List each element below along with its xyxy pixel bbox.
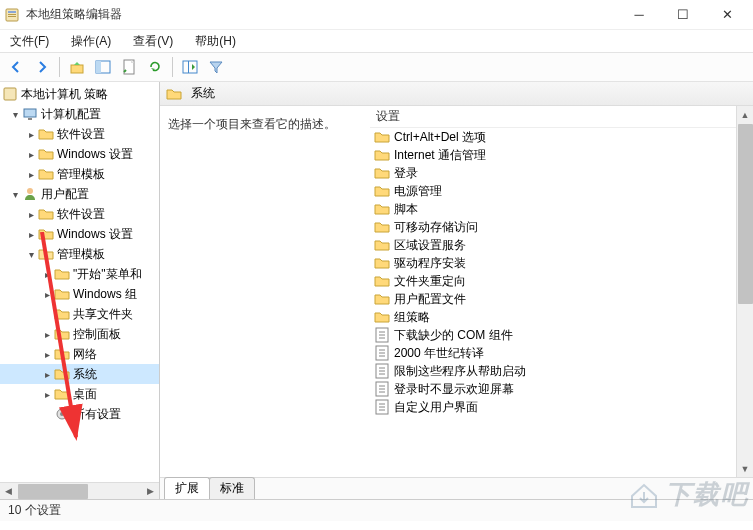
tree-item[interactable]: ▸控制面板: [0, 324, 159, 344]
up-button[interactable]: [65, 55, 89, 79]
tree-user-config[interactable]: ▾ 用户配置: [0, 184, 159, 204]
collapse-icon[interactable]: ▾: [8, 109, 22, 120]
folder-icon: [54, 286, 70, 302]
svg-rect-12: [28, 118, 32, 120]
expand-icon[interactable]: ▸: [40, 269, 54, 280]
tree-h-scrollbar[interactable]: ◀ ▶: [0, 482, 159, 499]
folder-icon: [54, 386, 70, 402]
folder-open-icon: [38, 246, 54, 262]
list-v-scrollbar[interactable]: ▲ ▼: [736, 106, 753, 477]
scroll-right-icon[interactable]: ▶: [142, 483, 159, 500]
folder-icon: [374, 219, 390, 235]
computer-icon: [22, 106, 38, 122]
tree-item[interactable]: 共享文件夹: [0, 304, 159, 324]
list-item[interactable]: 可移动存储访问: [370, 218, 736, 236]
tree-label: "开始"菜单和: [73, 266, 142, 283]
list-item[interactable]: 登录时不显示欢迎屏幕: [370, 380, 736, 398]
tree-item[interactable]: ▸软件设置: [0, 124, 159, 144]
tree-item[interactable]: ▸管理模板: [0, 164, 159, 184]
tree-label: Windows 设置: [57, 226, 133, 243]
tree-label: 桌面: [73, 386, 97, 403]
tree-label: 所有设置: [73, 406, 121, 423]
list-item[interactable]: 自定义用户界面: [370, 398, 736, 416]
column-header-setting[interactable]: 设置: [370, 106, 736, 128]
tree-computer-config[interactable]: ▾ 计算机配置: [0, 104, 159, 124]
tree-item[interactable]: ▸Windows 组: [0, 284, 159, 304]
svg-rect-2: [8, 14, 16, 15]
expand-icon[interactable]: ▸: [40, 389, 54, 400]
svg-rect-4: [71, 65, 83, 73]
tree-label: 控制面板: [73, 326, 121, 343]
scroll-left-icon[interactable]: ◀: [0, 483, 17, 500]
minimize-button[interactable]: ─: [617, 1, 661, 29]
scroll-up-icon[interactable]: ▲: [737, 106, 754, 123]
menu-help[interactable]: 帮助(H): [191, 31, 240, 52]
menu-file[interactable]: 文件(F): [6, 31, 53, 52]
list-item[interactable]: Ctrl+Alt+Del 选项: [370, 128, 736, 146]
setting-icon: [374, 363, 390, 379]
menu-view[interactable]: 查看(V): [129, 31, 177, 52]
list-item[interactable]: 组策略: [370, 308, 736, 326]
tree-label: 网络: [73, 346, 97, 363]
folder-icon: [374, 273, 390, 289]
list-item[interactable]: 用户配置文件: [370, 290, 736, 308]
expand-icon[interactable]: ▸: [24, 129, 38, 140]
tab-standard[interactable]: 标准: [209, 477, 255, 499]
tree-label: 系统: [73, 366, 97, 383]
tree-item-system[interactable]: ▸系统: [0, 364, 159, 384]
tree-item[interactable]: ▸Windows 设置: [0, 224, 159, 244]
scroll-thumb[interactable]: [18, 484, 88, 499]
expand-icon[interactable]: ▸: [40, 289, 54, 300]
list-item-label: 用户配置文件: [394, 291, 466, 308]
list-item-label: 可移动存储访问: [394, 219, 478, 236]
expand-icon[interactable]: ▸: [24, 229, 38, 240]
tree-item[interactable]: ▸"开始"菜单和: [0, 264, 159, 284]
scroll-down-icon[interactable]: ▼: [737, 460, 754, 477]
expand-icon[interactable]: ▸: [40, 349, 54, 360]
list-item[interactable]: Internet 通信管理: [370, 146, 736, 164]
tree-item[interactable]: ▸网络: [0, 344, 159, 364]
tree-item[interactable]: ▸桌面: [0, 384, 159, 404]
expand-icon[interactable]: ▸: [24, 209, 38, 220]
expand-icon[interactable]: ▸: [40, 369, 54, 380]
list-item[interactable]: 文件夹重定向: [370, 272, 736, 290]
titlebar: 本地组策略编辑器 ─ ☐ ✕: [0, 0, 753, 30]
folder-icon: [374, 309, 390, 325]
forward-button[interactable]: [30, 55, 54, 79]
collapse-icon[interactable]: ▾: [24, 249, 38, 260]
properties-button[interactable]: [117, 55, 141, 79]
tree-item[interactable]: ▸Windows 设置: [0, 144, 159, 164]
tree-root[interactable]: 本地计算机 策略: [0, 84, 159, 104]
list-item[interactable]: 电源管理: [370, 182, 736, 200]
tree-label: 软件设置: [57, 206, 105, 223]
tree-item[interactable]: 所有设置: [0, 404, 159, 424]
list-item[interactable]: 下载缺少的 COM 组件: [370, 326, 736, 344]
menu-action[interactable]: 操作(A): [67, 31, 115, 52]
show-hide-tree-button[interactable]: [91, 55, 115, 79]
filter-button[interactable]: [204, 55, 228, 79]
list-item[interactable]: 区域设置服务: [370, 236, 736, 254]
refresh-button[interactable]: [143, 55, 167, 79]
collapse-icon[interactable]: ▾: [8, 189, 22, 200]
list-item[interactable]: 驱动程序安装: [370, 254, 736, 272]
description-text: 选择一个项目来查看它的描述。: [168, 117, 336, 131]
list-item[interactable]: 限制这些程序从帮助启动: [370, 362, 736, 380]
list-item[interactable]: 登录: [370, 164, 736, 182]
scroll-thumb[interactable]: [738, 124, 753, 304]
list-item[interactable]: 2000 年世纪转译: [370, 344, 736, 362]
svg-point-15: [60, 412, 64, 416]
tree-admin-templates[interactable]: ▾管理模板: [0, 244, 159, 264]
expand-icon[interactable]: ▸: [40, 329, 54, 340]
list-item[interactable]: 脚本: [370, 200, 736, 218]
folder-icon: [166, 86, 182, 102]
close-button[interactable]: ✕: [705, 1, 749, 29]
tab-extended[interactable]: 扩展: [164, 477, 210, 499]
expand-icon[interactable]: ▸: [24, 149, 38, 160]
expand-icon[interactable]: ▸: [24, 169, 38, 180]
toolbar-separator: [59, 57, 60, 77]
maximize-button[interactable]: ☐: [661, 1, 705, 29]
tree-panel[interactable]: 本地计算机 策略 ▾ 计算机配置 ▸软件设置 ▸Windows 设置 ▸管理模板…: [0, 82, 160, 499]
help-button[interactable]: [178, 55, 202, 79]
tree-item[interactable]: ▸软件设置: [0, 204, 159, 224]
back-button[interactable]: [4, 55, 28, 79]
